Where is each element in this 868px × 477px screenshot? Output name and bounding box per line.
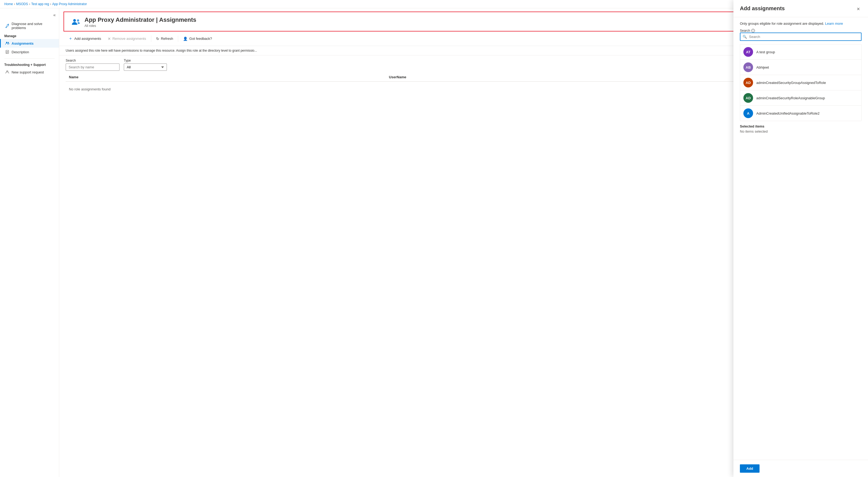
panel-search-label: Search ⓘ — [740, 29, 862, 33]
type-group: Type All User Group — [124, 59, 167, 71]
search-group: Search — [66, 59, 120, 71]
results-list: ATA test groupABAbhijeetADadminCreatedSe… — [740, 44, 862, 121]
document-icon — [5, 50, 9, 54]
people-icon — [5, 41, 9, 45]
refresh-icon: ↻ — [156, 37, 159, 41]
sidebar-item-description-label: Description — [11, 50, 29, 54]
panel-info: Only groups eligible for role assignment… — [740, 22, 862, 26]
col-name[interactable]: Name — [66, 73, 386, 82]
sidebar-item-assignments[interactable]: Assignments — [0, 39, 59, 47]
results-item[interactable]: ATA test group — [740, 44, 861, 60]
page-header-text: App Proxy Administrator | Assignments Al… — [85, 17, 196, 28]
avatar: AD — [743, 78, 753, 88]
results-item[interactable]: AAdminCreatedUnifiedAssignableToRole2 — [740, 106, 861, 121]
selected-items-section: Selected items No items selected — [740, 124, 862, 134]
results-item-name: adminCreatedSecurityGroupAssignedToRole — [756, 81, 826, 85]
avatar: A — [743, 108, 753, 118]
avatar: AT — [743, 47, 753, 57]
add-button[interactable]: Add — [740, 464, 760, 473]
wrench-icon — [5, 24, 9, 28]
results-item[interactable]: ABAbhijeet — [740, 60, 861, 75]
close-icon: ✕ — [108, 37, 111, 41]
remove-assignments-button[interactable]: ✕ Remove assignments — [105, 35, 149, 42]
panel-body: Only groups eligible for role assignment… — [734, 17, 868, 460]
no-items-selected-text: No items selected — [740, 128, 862, 134]
type-label: Type — [124, 59, 167, 62]
results-item[interactable]: ADadminCreatedSecurityRoleAssignableGrou… — [740, 90, 861, 106]
add-assignments-button[interactable]: ＋ Add assignments — [66, 34, 104, 43]
toolbar-separator-2 — [178, 35, 178, 42]
search-input[interactable] — [66, 63, 120, 71]
panel-search-section: Search ⓘ 🔍 — [740, 29, 862, 41]
panel-header: Add assignments × — [734, 8, 868, 17]
type-select[interactable]: All User Group — [124, 63, 167, 71]
panel-search-input[interactable] — [749, 33, 861, 40]
manage-label: Manage — [0, 32, 59, 39]
svg-point-1 — [8, 42, 9, 43]
results-item-name: AdminCreatedUnifiedAssignableToRole2 — [756, 112, 819, 116]
results-item-name: adminCreatedSecurityRoleAssignableGroup — [756, 96, 825, 100]
search-icon: 🔍 — [740, 33, 749, 40]
sidebar-item-support-label: New support request — [11, 70, 44, 74]
breadcrumb-home[interactable]: Home — [4, 2, 13, 6]
troubleshoot-label: Troubleshooting + Support — [0, 61, 59, 68]
page-title: App Proxy Administrator | Assignments — [85, 17, 196, 23]
add-icon: ＋ — [68, 36, 73, 41]
panel-close-button[interactable]: × — [855, 8, 862, 13]
selected-items-label: Selected items — [740, 124, 862, 128]
feedback-icon: 👤 — [183, 37, 188, 41]
results-item-name: Abhijeet — [756, 65, 769, 69]
svg-point-7 — [73, 19, 76, 22]
panel-title: Add assignments — [740, 8, 785, 11]
sidebar-divider — [4, 58, 55, 59]
refresh-button[interactable]: ↻ Refresh — [153, 35, 176, 42]
collapse-sidebar-button[interactable]: « — [52, 11, 57, 19]
sidebar-item-assignments-label: Assignments — [11, 41, 34, 45]
page-subtitle: All roles — [85, 24, 196, 28]
sidebar-item-diagnose[interactable]: Diagnose and solve problems — [0, 20, 59, 32]
page-header-icon — [70, 17, 81, 27]
learn-more-link[interactable]: Learn more — [825, 22, 843, 26]
svg-point-8 — [77, 20, 79, 22]
sidebar-item-description[interactable]: Description — [0, 47, 59, 56]
person-icon — [5, 70, 9, 74]
toolbar-separator — [151, 35, 151, 42]
sidebar-item-support[interactable]: New support request — [0, 68, 59, 76]
breadcrumb-test-app-reg[interactable]: Test app reg — [31, 2, 49, 6]
breadcrumb-msods[interactable]: MSODS — [16, 2, 28, 6]
avatar: AD — [743, 93, 753, 103]
sidebar-item-diagnose-label: Diagnose and solve problems — [11, 22, 55, 30]
results-item-name: A test group — [756, 50, 775, 54]
avatar: AB — [743, 62, 753, 72]
panel-search-input-wrap: 🔍 — [740, 33, 862, 41]
sidebar: « Diagnose and solve problems Manage Ass… — [0, 8, 59, 477]
add-assignments-panel: Add assignments × Only groups eligible f… — [734, 8, 868, 477]
svg-point-0 — [6, 42, 7, 43]
breadcrumb-app-proxy[interactable]: App Proxy Administrator — [52, 2, 87, 6]
search-label: Search — [66, 59, 120, 62]
results-item[interactable]: ADadminCreatedSecurityGroupAssignedToRol… — [740, 75, 861, 90]
panel-footer: Add — [734, 460, 868, 477]
feedback-button[interactable]: 👤 Got feedback? — [180, 35, 215, 42]
info-circle-icon: ⓘ — [751, 29, 755, 33]
